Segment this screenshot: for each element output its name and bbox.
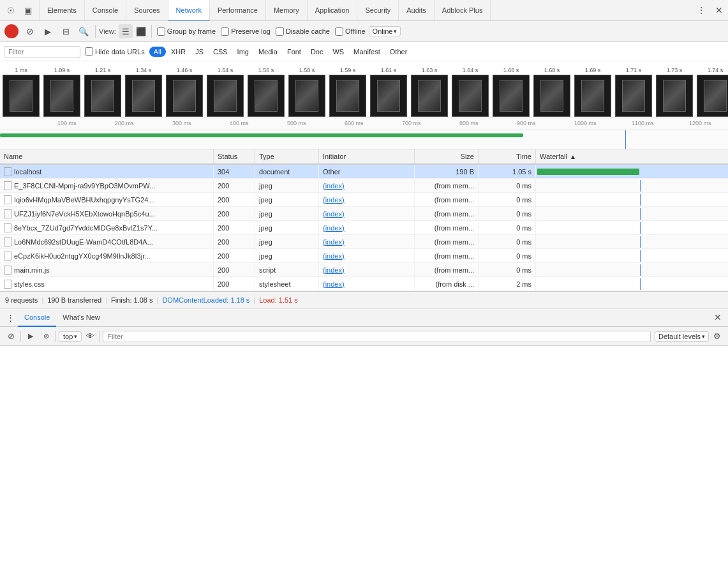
filter-btn-all[interactable]: All xyxy=(149,47,166,57)
tab-network[interactable]: Network xyxy=(168,0,210,20)
col-header-size[interactable]: Size xyxy=(415,149,479,163)
cell-name: eCpzK6ikH0uo2ntqgYX0cg49M9IlnJk8I3jr... xyxy=(0,249,214,262)
preserve-log-label[interactable]: Preserve log xyxy=(221,27,271,36)
filmstrip-thumb[interactable] xyxy=(493,75,530,117)
filter-btn-font[interactable]: Font xyxy=(283,47,306,57)
filmstrip-thumb[interactable] xyxy=(656,75,693,117)
inspect-icon[interactable]: ☉ xyxy=(3,2,19,19)
tab-elements[interactable]: Elements xyxy=(40,0,85,20)
filter-btn-css[interactable]: CSS xyxy=(209,47,232,57)
disable-cache-label[interactable]: Disable cache xyxy=(276,27,330,36)
filmstrip-thumb[interactable] xyxy=(533,75,570,117)
filmstrip-thumb[interactable] xyxy=(288,75,325,117)
console-stop-icon[interactable]: ⊘ xyxy=(39,329,53,344)
default-levels-select[interactable]: Default levels ▾ xyxy=(655,331,709,342)
group-by-frame-label[interactable]: Group by frame xyxy=(157,27,216,36)
record-btn[interactable] xyxy=(4,24,19,38)
offline-checkbox[interactable] xyxy=(335,27,343,36)
console-clear-btn[interactable]: ⊘ xyxy=(4,329,18,344)
col-header-status[interactable]: Status xyxy=(214,149,255,163)
tab-application[interactable]: Application xyxy=(308,0,358,20)
filmstrip-thumb[interactable] xyxy=(84,75,121,117)
console-tab[interactable]: Console xyxy=(18,308,56,327)
col-header-name[interactable]: Name xyxy=(0,149,214,163)
blue-marker-1 xyxy=(625,130,626,149)
filmstrip-thumb[interactable] xyxy=(615,75,652,117)
filmstrip-thumb[interactable] xyxy=(125,75,162,117)
view-tree-btn[interactable]: ⬛ xyxy=(134,24,148,38)
filter-btn-media[interactable]: Media xyxy=(254,47,282,57)
online-select[interactable]: Online ▾ xyxy=(369,26,401,36)
view-list-btn[interactable]: ☰ xyxy=(119,24,133,38)
table-row[interactable]: UFZJ1iyf6N7eVckH5XEbXtowoHqnBp5c4u...200… xyxy=(0,207,728,221)
filter-input[interactable] xyxy=(4,46,80,57)
table-row[interactable]: Lo6NMdc692stDUugE-WamD4COtfL8D4A...200jp… xyxy=(0,235,728,249)
filmstrip-thumb[interactable] xyxy=(207,75,244,117)
col-header-waterfall[interactable]: Waterfall ▲ xyxy=(536,149,728,163)
cell-size: 190 B xyxy=(415,165,479,178)
table-row[interactable]: Iqio6vHMqpMaVBeWBHUxhqpgnyYsTG24...200jp… xyxy=(0,193,728,207)
table-row[interactable]: styles.css200stylesheet(index)(from disk… xyxy=(0,277,728,291)
preserve-log-checkbox[interactable] xyxy=(221,27,229,36)
filmstrip-thumb[interactable] xyxy=(574,75,611,117)
hide-data-urls-checkbox[interactable] xyxy=(85,47,93,56)
tab-memory[interactable]: Memory xyxy=(266,0,308,20)
filter-bar: Hide data URLs AllXHRJSCSSImgMediaFontDo… xyxy=(0,42,728,61)
cell-waterfall xyxy=(536,193,728,206)
table-row[interactable]: localhost304documentOther190 B1.05 s xyxy=(0,165,728,179)
filter-btn-img[interactable]: Img xyxy=(233,47,253,57)
tab-adblock-plus[interactable]: Adblock Plus xyxy=(435,0,491,20)
console-eye-icon[interactable]: 👁 xyxy=(83,329,97,344)
toggle-panel-icon[interactable]: ▣ xyxy=(20,2,36,19)
filmstrip-thumb[interactable] xyxy=(248,75,285,117)
filter-icon[interactable]: ⊟ xyxy=(57,23,74,40)
hide-data-urls-label[interactable]: Hide data URLs xyxy=(85,47,145,56)
table-row[interactable]: E_3F8CLCNI-Mpmj-ra9v9YBpO3MOvmPW...200jp… xyxy=(0,179,728,193)
console-panel-more-icon[interactable]: ⋮ xyxy=(3,310,18,325)
filmstrip-thumb[interactable] xyxy=(166,75,203,117)
offline-label[interactable]: Offline xyxy=(335,27,366,36)
tab-audits[interactable]: Audits xyxy=(399,0,435,20)
filter-btn-xhr[interactable]: XHR xyxy=(167,47,190,57)
cell-time: 0 ms xyxy=(479,221,536,234)
filmstrip-thumb[interactable] xyxy=(329,75,366,117)
tab-console[interactable]: Console xyxy=(85,0,126,20)
cell-type: jpeg xyxy=(255,249,319,262)
top-context[interactable]: top ▾ xyxy=(59,331,82,342)
filter-btn-manifest[interactable]: Manifest xyxy=(349,47,385,57)
close-devtools-icon[interactable]: ✕ xyxy=(710,1,728,19)
table-row[interactable]: main.min.js200script(index)(from mem...0… xyxy=(0,263,728,277)
clear-log-btn[interactable]: ⊘ xyxy=(22,23,38,40)
col-header-type[interactable]: Type xyxy=(255,149,319,163)
timeline-tick: 1000 ms xyxy=(574,120,597,126)
console-filter-input[interactable] xyxy=(103,331,651,342)
toolbar-separator-1 xyxy=(95,25,96,38)
filmstrip-thumb[interactable] xyxy=(43,75,80,117)
disable-cache-checkbox[interactable] xyxy=(276,27,284,36)
screen-capture-btn[interactable]: ▶ xyxy=(40,23,56,40)
group-by-frame-checkbox[interactable] xyxy=(157,27,165,36)
close-console-btn[interactable]: ✕ xyxy=(710,310,725,325)
filmstrip-thumb[interactable] xyxy=(3,75,40,117)
filmstrip-thumb[interactable] xyxy=(697,75,728,117)
table-row[interactable]: eCpzK6ikH0uo2ntqgYX0cg49M9IlnJk8I3jr...2… xyxy=(0,249,728,263)
timeline-section[interactable]: 100 ms200 ms300 ms400 ms500 ms600 ms700 … xyxy=(0,117,728,149)
filter-btn-js[interactable]: JS xyxy=(191,47,208,57)
filmstrip-thumb[interactable] xyxy=(411,75,448,117)
filter-btn-doc[interactable]: Doc xyxy=(306,47,328,57)
tab-security[interactable]: Security xyxy=(357,0,399,20)
filter-btn-other[interactable]: Other xyxy=(385,47,412,57)
tab-more-icon[interactable]: ⋮ xyxy=(692,1,710,19)
tab-sources[interactable]: Sources xyxy=(126,0,168,20)
table-row[interactable]: 8eYbcx_7ZUd7gd7YvddcMlDGe8xBvlZ1s7Y...20… xyxy=(0,221,728,235)
filter-btn-ws[interactable]: WS xyxy=(328,47,348,57)
tab-performance[interactable]: Performance xyxy=(210,0,266,20)
filmstrip-thumb[interactable] xyxy=(370,75,407,117)
col-header-initiator[interactable]: Initiator xyxy=(319,149,415,163)
search-icon[interactable]: 🔍 xyxy=(75,23,92,40)
whats-new-tab[interactable]: What's New xyxy=(56,308,106,327)
col-header-time[interactable]: Time xyxy=(479,149,536,163)
filmstrip-thumb[interactable] xyxy=(452,75,489,117)
console-gear-btn[interactable]: ⚙ xyxy=(710,329,724,344)
console-run-icon[interactable]: ▶ xyxy=(24,329,38,344)
